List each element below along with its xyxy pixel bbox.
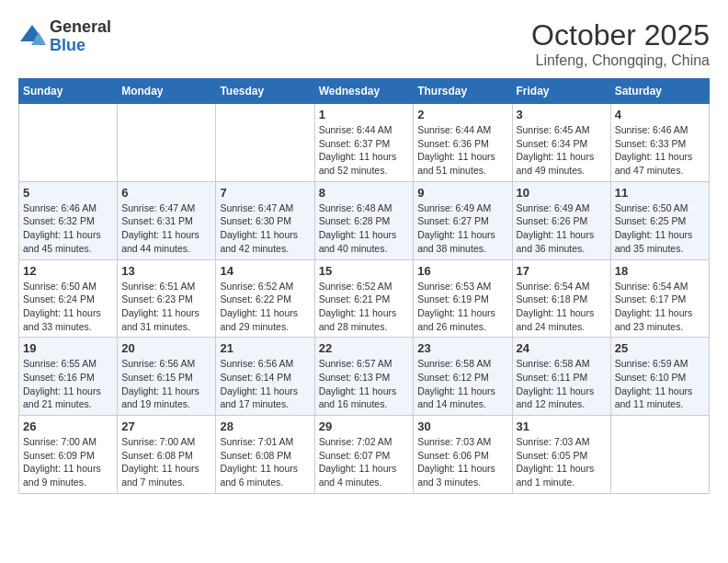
calendar-cell: 18Sunrise: 6:54 AM Sunset: 6:17 PM Dayli… — [610, 259, 709, 338]
day-number: 21 — [220, 341, 310, 355]
calendar-cell: 31Sunrise: 7:03 AM Sunset: 6:05 PM Dayli… — [512, 416, 610, 494]
day-number: 3 — [517, 108, 607, 121]
calendar-cell: 30Sunrise: 7:03 AM Sunset: 6:06 PM Dayli… — [414, 416, 512, 494]
title-section: October 2025 Linfeng, Chongqing, China — [531, 18, 710, 69]
day-info: Sunrise: 6:48 AM Sunset: 6:28 PM Dayligh… — [319, 201, 410, 256]
weekday-header: Thursday — [414, 79, 512, 104]
day-info: Sunrise: 6:56 AM Sunset: 6:14 PM Dayligh… — [220, 357, 310, 411]
day-info: Sunrise: 6:46 AM Sunset: 6:33 PM Dayligh… — [615, 123, 705, 178]
calendar-cell: 23Sunrise: 6:58 AM Sunset: 6:12 PM Dayli… — [414, 338, 512, 416]
day-info: Sunrise: 7:02 AM Sunset: 6:07 PM Dayligh… — [319, 435, 410, 489]
location-text: Linfeng, Chongqing, China — [531, 52, 710, 69]
day-number: 14 — [220, 264, 310, 278]
calendar-cell: 27Sunrise: 7:00 AM Sunset: 6:08 PM Dayli… — [118, 416, 216, 494]
calendar-cell — [118, 104, 216, 182]
day-number: 28 — [220, 419, 310, 433]
day-number: 11 — [615, 186, 705, 200]
day-info: Sunrise: 6:49 AM Sunset: 6:27 PM Dayligh… — [417, 201, 507, 256]
logo-icon — [18, 23, 46, 51]
day-info: Sunrise: 6:50 AM Sunset: 6:24 PM Dayligh… — [23, 280, 113, 334]
day-info: Sunrise: 7:00 AM Sunset: 6:08 PM Dayligh… — [121, 435, 211, 489]
day-number: 26 — [23, 419, 113, 433]
day-info: Sunrise: 6:46 AM Sunset: 6:32 PM Dayligh… — [23, 201, 113, 256]
day-info: Sunrise: 6:52 AM Sunset: 6:21 PM Dayligh… — [319, 280, 410, 334]
logo-general-text: General — [50, 18, 111, 37]
calendar-cell: 9Sunrise: 6:49 AM Sunset: 6:27 PM Daylig… — [414, 181, 512, 259]
calendar-cell: 4Sunrise: 6:46 AM Sunset: 6:33 PM Daylig… — [610, 104, 709, 182]
day-number: 18 — [615, 264, 705, 278]
day-info: Sunrise: 7:01 AM Sunset: 6:08 PM Dayligh… — [220, 435, 310, 489]
day-number: 8 — [319, 186, 410, 200]
day-info: Sunrise: 6:58 AM Sunset: 6:11 PM Dayligh… — [517, 357, 607, 411]
day-number: 16 — [417, 264, 507, 278]
calendar-week-row: 12Sunrise: 6:50 AM Sunset: 6:24 PM Dayli… — [19, 259, 710, 338]
day-number: 9 — [417, 186, 507, 200]
day-info: Sunrise: 7:00 AM Sunset: 6:09 PM Dayligh… — [23, 435, 113, 489]
day-info: Sunrise: 6:49 AM Sunset: 6:26 PM Dayligh… — [517, 201, 607, 256]
calendar-cell: 6Sunrise: 6:47 AM Sunset: 6:31 PM Daylig… — [118, 181, 216, 259]
logo-text: General Blue — [50, 18, 111, 55]
day-number: 15 — [319, 264, 410, 278]
day-number: 2 — [417, 108, 507, 121]
calendar-cell: 10Sunrise: 6:49 AM Sunset: 6:26 PM Dayli… — [512, 181, 610, 259]
calendar-table: SundayMondayTuesdayWednesdayThursdayFrid… — [18, 78, 710, 494]
weekday-header: Monday — [118, 79, 216, 104]
weekday-header: Sunday — [19, 79, 118, 104]
logo-blue-text: Blue — [50, 37, 111, 55]
calendar-cell — [19, 104, 118, 182]
calendar-cell: 16Sunrise: 6:53 AM Sunset: 6:19 PM Dayli… — [414, 259, 512, 338]
day-info: Sunrise: 6:58 AM Sunset: 6:12 PM Dayligh… — [417, 357, 507, 411]
calendar-cell: 12Sunrise: 6:50 AM Sunset: 6:24 PM Dayli… — [19, 259, 118, 338]
calendar-cell: 5Sunrise: 6:46 AM Sunset: 6:32 PM Daylig… — [19, 181, 118, 259]
calendar-cell: 7Sunrise: 6:47 AM Sunset: 6:30 PM Daylig… — [216, 181, 314, 259]
calendar-week-row: 5Sunrise: 6:46 AM Sunset: 6:32 PM Daylig… — [19, 181, 710, 259]
calendar-cell — [610, 416, 709, 494]
calendar-cell: 2Sunrise: 6:44 AM Sunset: 6:36 PM Daylig… — [414, 104, 512, 182]
page-header: General Blue October 2025 Linfeng, Chong… — [18, 18, 710, 69]
day-info: Sunrise: 6:55 AM Sunset: 6:16 PM Dayligh… — [23, 357, 113, 411]
day-info: Sunrise: 6:57 AM Sunset: 6:13 PM Dayligh… — [319, 357, 410, 411]
day-number: 13 — [121, 264, 211, 278]
calendar-cell: 14Sunrise: 6:52 AM Sunset: 6:22 PM Dayli… — [216, 259, 314, 338]
day-info: Sunrise: 6:50 AM Sunset: 6:25 PM Dayligh… — [615, 201, 705, 256]
day-number: 1 — [319, 108, 410, 121]
month-title: October 2025 — [531, 18, 710, 52]
day-info: Sunrise: 6:54 AM Sunset: 6:18 PM Dayligh… — [517, 280, 607, 334]
day-number: 6 — [121, 186, 211, 200]
calendar-cell: 29Sunrise: 7:02 AM Sunset: 6:07 PM Dayli… — [314, 416, 414, 494]
day-number: 27 — [121, 419, 211, 433]
day-number: 24 — [517, 341, 607, 355]
calendar-cell: 3Sunrise: 6:45 AM Sunset: 6:34 PM Daylig… — [512, 104, 610, 182]
day-number: 23 — [417, 341, 507, 355]
weekday-header: Friday — [512, 79, 610, 104]
calendar-cell: 11Sunrise: 6:50 AM Sunset: 6:25 PM Dayli… — [610, 181, 709, 259]
logo: General Blue — [18, 18, 111, 55]
calendar-cell: 15Sunrise: 6:52 AM Sunset: 6:21 PM Dayli… — [314, 259, 414, 338]
day-info: Sunrise: 7:03 AM Sunset: 6:06 PM Dayligh… — [417, 435, 507, 489]
day-number: 22 — [319, 341, 410, 355]
calendar-week-row: 1Sunrise: 6:44 AM Sunset: 6:37 PM Daylig… — [19, 104, 710, 182]
day-info: Sunrise: 6:44 AM Sunset: 6:37 PM Dayligh… — [319, 123, 410, 178]
calendar-cell: 26Sunrise: 7:00 AM Sunset: 6:09 PM Dayli… — [19, 416, 118, 494]
day-number: 17 — [517, 264, 607, 278]
calendar-cell: 1Sunrise: 6:44 AM Sunset: 6:37 PM Daylig… — [314, 104, 414, 182]
calendar-cell: 22Sunrise: 6:57 AM Sunset: 6:13 PM Dayli… — [314, 338, 414, 416]
day-info: Sunrise: 6:47 AM Sunset: 6:30 PM Dayligh… — [220, 201, 310, 256]
day-info: Sunrise: 6:59 AM Sunset: 6:10 PM Dayligh… — [615, 357, 705, 411]
calendar-cell: 13Sunrise: 6:51 AM Sunset: 6:23 PM Dayli… — [118, 259, 216, 338]
calendar-cell: 25Sunrise: 6:59 AM Sunset: 6:10 PM Dayli… — [610, 338, 709, 416]
weekday-header: Saturday — [610, 79, 709, 104]
day-info: Sunrise: 6:52 AM Sunset: 6:22 PM Dayligh… — [220, 280, 310, 334]
calendar-cell: 24Sunrise: 6:58 AM Sunset: 6:11 PM Dayli… — [512, 338, 610, 416]
calendar-cell: 19Sunrise: 6:55 AM Sunset: 6:16 PM Dayli… — [19, 338, 118, 416]
day-info: Sunrise: 6:47 AM Sunset: 6:31 PM Dayligh… — [121, 201, 211, 256]
calendar-cell — [216, 104, 314, 182]
calendar-week-row: 19Sunrise: 6:55 AM Sunset: 6:16 PM Dayli… — [19, 338, 710, 416]
weekday-header: Tuesday — [216, 79, 314, 104]
day-info: Sunrise: 6:56 AM Sunset: 6:15 PM Dayligh… — [121, 357, 211, 411]
calendar-header-row: SundayMondayTuesdayWednesdayThursdayFrid… — [19, 79, 710, 104]
calendar-week-row: 26Sunrise: 7:00 AM Sunset: 6:09 PM Dayli… — [19, 416, 710, 494]
day-info: Sunrise: 6:54 AM Sunset: 6:17 PM Dayligh… — [615, 280, 705, 334]
weekday-header: Wednesday — [314, 79, 414, 104]
day-number: 5 — [23, 186, 113, 200]
